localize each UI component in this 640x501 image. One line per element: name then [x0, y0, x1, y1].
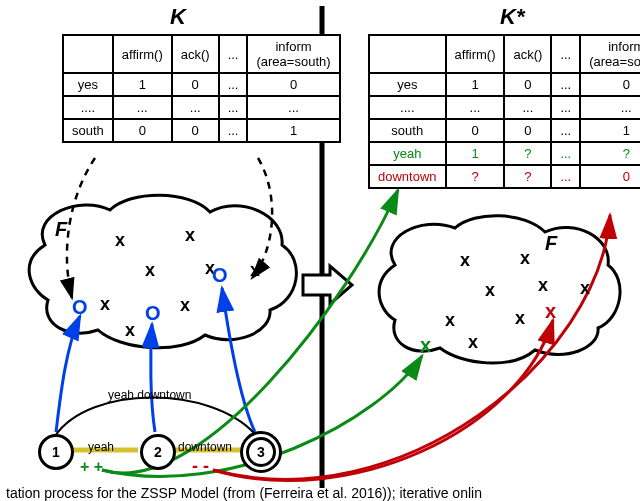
cell: ...: [219, 96, 248, 119]
mark-x: x: [468, 332, 478, 353]
cell: ...: [580, 96, 640, 119]
transition-arrow: [303, 266, 352, 304]
table-row: yes 1 0 ... 0: [369, 73, 640, 96]
rowhead: yes: [369, 73, 446, 96]
cell: 0: [113, 119, 172, 142]
plus-marks: + +: [80, 458, 103, 476]
cell: 0: [504, 73, 551, 96]
cell: 0: [172, 119, 219, 142]
rowhead: yes: [63, 73, 113, 96]
mark-x: x: [485, 280, 495, 301]
table-row: .... ... ... ... ...: [63, 96, 340, 119]
cell: ...: [113, 96, 172, 119]
rowhead: south: [63, 119, 113, 142]
state-node-1: 1: [38, 434, 74, 470]
table-row-new-green: yeah 1 ? ... ?: [369, 142, 640, 165]
rowhead: ....: [63, 96, 113, 119]
table-K: affirm() ack() ... inform (area=south) y…: [62, 34, 341, 143]
cell: ...: [247, 96, 339, 119]
cell: ?: [580, 142, 640, 165]
mark-x: x: [145, 260, 155, 281]
th-col: inform (area=south): [580, 35, 640, 73]
cell: 0: [504, 119, 551, 142]
th-col: ...: [219, 35, 248, 73]
cell: 0: [172, 73, 219, 96]
node-label: 3: [257, 444, 265, 460]
th-col: ...: [551, 35, 580, 73]
th-blank: [63, 35, 113, 73]
cell: ...: [551, 73, 580, 96]
table-row: south 0 0 ... 1: [369, 119, 640, 142]
cell: ...: [551, 165, 580, 188]
mark-O-blue: O: [72, 296, 88, 319]
cell: ...: [446, 96, 505, 119]
mark-O-blue: O: [212, 264, 228, 287]
mark-O-blue: O: [145, 302, 161, 325]
mark-x: x: [125, 320, 135, 341]
edge-label-downtown: downtown: [178, 440, 232, 454]
th-col: affirm(): [113, 35, 172, 73]
th-col: affirm(): [446, 35, 505, 73]
cell: ...: [551, 142, 580, 165]
table-Kstar: affirm() ack() ... inform (area=south) y…: [368, 34, 640, 189]
cell: 1: [446, 73, 505, 96]
mark-x: x: [185, 225, 195, 246]
th-col: inform (area=south): [247, 35, 339, 73]
label-F-right: F: [545, 232, 557, 255]
cell: ?: [504, 142, 551, 165]
cell: 0: [580, 165, 640, 188]
rowhead: downtown: [369, 165, 446, 188]
mark-x-green: x: [420, 334, 431, 357]
figure-caption: tation process for the ZSSP Model (from …: [0, 485, 640, 501]
rowhead: yeah: [369, 142, 446, 165]
node-label: 2: [154, 444, 162, 460]
cell: ...: [219, 119, 248, 142]
cell: 1: [113, 73, 172, 96]
rowhead: ....: [369, 96, 446, 119]
table-row: yes 1 0 ... 0: [63, 73, 340, 96]
state-node-2: 2: [140, 434, 176, 470]
cell: 0: [580, 73, 640, 96]
mark-x: x: [250, 260, 260, 281]
cell: ...: [504, 96, 551, 119]
cell: 0: [446, 119, 505, 142]
state-node-3-accepting: 3: [240, 431, 282, 473]
cell: 0: [247, 73, 339, 96]
table-row: .... ... ... ... ...: [369, 96, 640, 119]
mark-x: x: [115, 230, 125, 251]
cell: 1: [247, 119, 339, 142]
title-K: K: [170, 4, 186, 30]
cell: ?: [504, 165, 551, 188]
mark-x-red: x: [545, 300, 556, 323]
cell: ...: [551, 119, 580, 142]
node-label: 1: [52, 444, 60, 460]
mark-x: x: [515, 308, 525, 329]
edge-label-yeah-downtown: yeah downtown: [108, 388, 191, 402]
cell: ...: [551, 96, 580, 119]
th-col: ack(): [172, 35, 219, 73]
rowhead: south: [369, 119, 446, 142]
cell: 1: [446, 142, 505, 165]
mark-x: x: [580, 278, 590, 299]
mark-x: x: [180, 295, 190, 316]
table-row: south 0 0 ... 1: [63, 119, 340, 142]
mark-x: x: [100, 294, 110, 315]
cell: 1: [580, 119, 640, 142]
mark-x: x: [520, 248, 530, 269]
mark-x: x: [445, 310, 455, 331]
th-col: ack(): [504, 35, 551, 73]
label-F-left: F: [55, 218, 67, 241]
mark-x: x: [460, 250, 470, 271]
title-Kstar: K*: [500, 4, 524, 30]
edge-label-yeah: yeah: [88, 440, 114, 454]
table-row-new-red: downtown ? ? ... 0: [369, 165, 640, 188]
cell: ...: [219, 73, 248, 96]
cell: ?: [446, 165, 505, 188]
mark-x: x: [538, 275, 548, 296]
minus-marks: - -: [192, 456, 209, 477]
th-blank: [369, 35, 446, 73]
cell: ...: [172, 96, 219, 119]
